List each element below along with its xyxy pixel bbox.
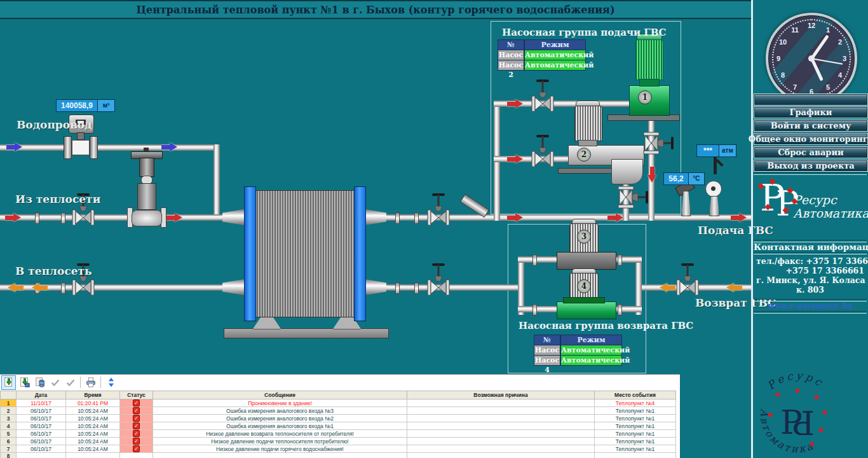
website-link[interactable]: www.r-automatic.by: [754, 302, 867, 310]
clock-center-cap: [808, 55, 815, 62]
button-login[interactable]: Войти в систему: [754, 120, 868, 132]
export-selected-icon[interactable]: [1, 375, 16, 390]
control-valve-yoke: [137, 183, 156, 210]
valve-dhw-supply[interactable]: [427, 192, 450, 225]
water-meter-value: 140058,9: [57, 100, 97, 111]
button-monitoring-window[interactable]: Общее окно мониторинга: [754, 133, 868, 145]
pump2-name: Насос 2: [498, 60, 524, 71]
status-alarm-icon: [133, 422, 140, 429]
col-cause[interactable]: Возможная причина: [407, 391, 595, 399]
flange: [532, 254, 537, 266]
col-status[interactable]: Статус: [120, 391, 153, 399]
clock-number: 7: [790, 83, 800, 91]
export-all-icon[interactable]: [18, 376, 31, 389]
pump2-motor[interactable]: [574, 106, 602, 141]
valve-pump2-branch[interactable]: [531, 134, 554, 167]
pressure-display[interactable]: *** атм: [696, 144, 736, 157]
col-mode: Режим работы: [524, 39, 586, 50]
sort-icon[interactable]: [104, 376, 118, 389]
temperature-sensor[interactable]: [681, 191, 691, 216]
flow-arrow-supply: [731, 213, 747, 222]
col-date[interactable]: Дата: [17, 391, 66, 399]
alarm-row[interactable]: 1 11/10/17 01:20:41 PM Проникновение в з…: [1, 399, 676, 407]
flange: [35, 212, 39, 224]
alarm-row[interactable]: 8: [1, 453, 676, 458]
pump1-mode[interactable]: Автоматический: [524, 50, 586, 60]
clock-number: 10: [778, 38, 788, 46]
alarm-row[interactable]: 5 06/10/17 10:05:24 AM Низкое давление в…: [1, 430, 676, 438]
status-alarm-icon: [133, 445, 140, 452]
flange: [395, 212, 400, 224]
pressure-sensor-lever: [715, 159, 723, 167]
heat-exchanger-nozzle: [222, 209, 244, 225]
flow-arrow-supply: [166, 213, 182, 222]
flange: [618, 304, 622, 316]
sidebar-separator: [754, 172, 867, 175]
title-bar: Центральный тепловой пункт №1 в г. Быхов…: [0, 0, 751, 19]
alarm-row[interactable]: 2 06/10/17 10:05:24 AM Ошибка измерения …: [1, 407, 676, 415]
pump2-mode[interactable]: Автоматический: [524, 60, 586, 71]
heat-exchanger-nozzle: [222, 279, 244, 295]
pump1-neck: [639, 79, 660, 87]
temperature-unit: °C: [688, 173, 704, 184]
clock-number: 11: [790, 26, 800, 34]
col-location[interactable]: Место события: [595, 391, 676, 399]
status-alarm-icon: [133, 430, 140, 437]
pump1-motor[interactable]: [635, 39, 663, 80]
flow-arrow-return: [8, 283, 24, 292]
valve-dhw-return[interactable]: [427, 262, 450, 295]
button-exit-project[interactable]: Выход из проекта: [754, 160, 868, 172]
valve-pump2-discharge[interactable]: [617, 186, 650, 209]
pump4-casing[interactable]: [557, 302, 616, 319]
button-alarm-reset[interactable]: Сброс аварии: [754, 146, 868, 158]
col-num: №: [498, 39, 524, 50]
flow-meter-body: [72, 140, 90, 155]
valve-pump1-discharge[interactable]: [642, 132, 675, 155]
pump4-name: Насос 4: [534, 355, 560, 366]
contact-address-1: г. Минск, ул. Я. Коласа 73,: [756, 275, 864, 285]
heat-exchanger-plates[interactable]: [255, 190, 354, 317]
label-water-main: Водопровод: [17, 118, 92, 131]
pump4-base: [563, 297, 605, 303]
button-charts[interactable]: Графики: [754, 106, 868, 118]
pump2-neck: [578, 140, 597, 146]
temperature-value: 56,2: [664, 173, 688, 184]
page-title: Центральный тепловой пункт №1 в г. Быхов…: [137, 4, 615, 16]
alarm-table-header: Дата Время Статус Сообщение Возможная пр…: [1, 391, 676, 399]
flow-arrow-supply: [607, 213, 623, 222]
contact-header: Контактная информация: [754, 242, 867, 252]
pump2-bracket: [558, 168, 615, 174]
temperature-display[interactable]: 56,2 °C: [663, 172, 705, 185]
pipe-water-main: [0, 144, 220, 151]
contact-phone-2: +375 17 3366661: [756, 266, 864, 275]
pressure-unit: атм: [719, 145, 736, 156]
pressure-sensor-body: [709, 196, 719, 216]
contact-address-2: к. 803: [756, 285, 864, 295]
archive-icon[interactable]: [33, 376, 46, 389]
control-valve-body[interactable]: [132, 210, 162, 226]
acknowledge-icon[interactable]: [48, 376, 62, 389]
return-pump-table: № Режим работы Насос 3 Автоматический На…: [534, 335, 622, 366]
print-icon[interactable]: [84, 376, 97, 389]
col-message[interactable]: Сообщение: [153, 391, 407, 399]
valve-pump1-branch[interactable]: [531, 78, 554, 111]
col-time[interactable]: Время: [66, 391, 120, 399]
clock-number: 3: [839, 55, 850, 62]
alarm-row[interactable]: 3 06/10/17 10:05:24 AM Ошибка измерения …: [1, 415, 676, 422]
contact-phone-1: тел./факс: +375 17 3366660: [756, 256, 864, 266]
pump4-mode[interactable]: Автоматический: [560, 355, 622, 366]
flow-arrow-supply: [507, 213, 523, 222]
water-meter-display[interactable]: 140058,9 м³: [56, 99, 115, 112]
stamp-monogram-icon: Р: [792, 403, 815, 441]
pump3-casing[interactable]: [557, 252, 616, 270]
flow-arrow-supply: [507, 99, 523, 108]
acknowledge-all-icon[interactable]: [64, 376, 77, 389]
clock-number: 5: [823, 83, 833, 91]
alarm-row[interactable]: 6 06/10/17 10:05:24 AM Низкое давление п…: [1, 438, 676, 445]
alarm-row[interactable]: 7 06/10/17 10:05:24 AM Низкое давление п…: [1, 445, 676, 453]
control-valve-bonnet: [139, 158, 154, 177]
valve-dhw-return-right[interactable]: [676, 262, 699, 295]
pump3-mode[interactable]: Автоматический: [560, 345, 622, 356]
alarm-row[interactable]: 4 06/10/17 10:05:24 AM Ошибка измерения …: [1, 422, 676, 430]
stamp-arc-top: Ресурс: [765, 374, 827, 392]
